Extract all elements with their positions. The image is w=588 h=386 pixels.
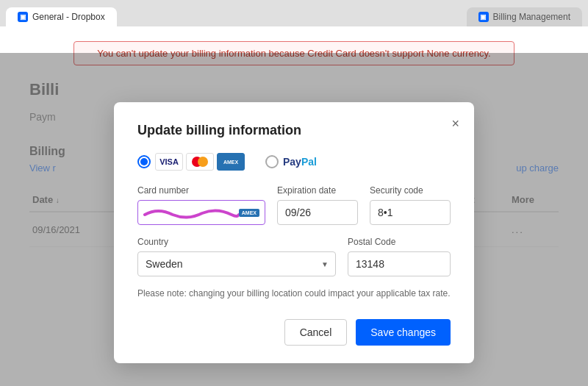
security-group: Security code (370, 185, 451, 225)
page-background: You can't update your billing informatio… (0, 26, 588, 386)
browser-tabs: ▣ General - Dropbox ▣ Billing Management (0, 0, 588, 26)
modal-footer: Cancel Save changes (137, 313, 451, 346)
tab-general-label: General - Dropbox (32, 12, 105, 22)
modal-overlay: Update billing information × VISA (0, 53, 588, 386)
billing-note: Please note: changing your billing locat… (137, 288, 451, 299)
expiry-group: Expiration date (277, 185, 358, 225)
dropbox-icon: ▣ (18, 12, 28, 22)
tab-general[interactable]: ▣ General - Dropbox (6, 7, 117, 26)
card-number-input-wrapper: AMEX (137, 200, 265, 225)
country-group: Country Sweden United States United King… (137, 237, 336, 276)
modal-title: Update billing information (137, 123, 451, 138)
save-changes-button[interactable]: Save changes (356, 319, 451, 346)
visa-card-logo: VISA (155, 153, 183, 171)
mastercard-logo (186, 153, 214, 171)
close-button[interactable]: × (451, 117, 459, 130)
amex-logo: AMEX (217, 153, 245, 171)
credit-card-radio[interactable] (137, 155, 151, 168)
card-number-group: Card number AMEX (137, 185, 265, 225)
card-number-label: Card number (137, 185, 265, 196)
card-details-row: Card number AMEX Expiration date (137, 185, 451, 225)
tab-billing-label: Billing Management (493, 12, 570, 22)
security-label: Security code (370, 185, 451, 196)
paypal-radio-group[interactable]: PayPal (265, 155, 317, 168)
paypal-radio[interactable] (265, 155, 279, 168)
card-type-badge: AMEX (239, 209, 259, 217)
payment-method-selector: VISA AMEX Pa (137, 153, 451, 171)
card-logos: VISA AMEX (155, 153, 245, 171)
expiry-label: Expiration date (277, 185, 358, 196)
paypal-logo: PayPal (283, 155, 317, 168)
postal-label: Postal Code (348, 237, 451, 247)
cancel-button[interactable]: Cancel (284, 319, 348, 346)
update-billing-modal: Update billing information × VISA (114, 102, 474, 363)
tab-billing[interactable]: ▣ Billing Management (467, 7, 582, 26)
postal-input[interactable] (348, 251, 451, 276)
postal-group: Postal Code (348, 237, 451, 276)
credit-card-radio-group[interactable]: VISA AMEX (137, 153, 245, 171)
security-input[interactable] (370, 200, 451, 225)
country-select[interactable]: Sweden United States United Kingdom Germ… (137, 251, 336, 276)
country-label: Country (137, 237, 336, 247)
mc-right-circle (198, 157, 208, 167)
dropbox-icon-2: ▣ (478, 12, 489, 22)
country-select-wrapper: Sweden United States United Kingdom Germ… (137, 251, 336, 276)
location-row: Country Sweden United States United King… (137, 237, 451, 276)
expiry-input[interactable] (277, 200, 358, 225)
